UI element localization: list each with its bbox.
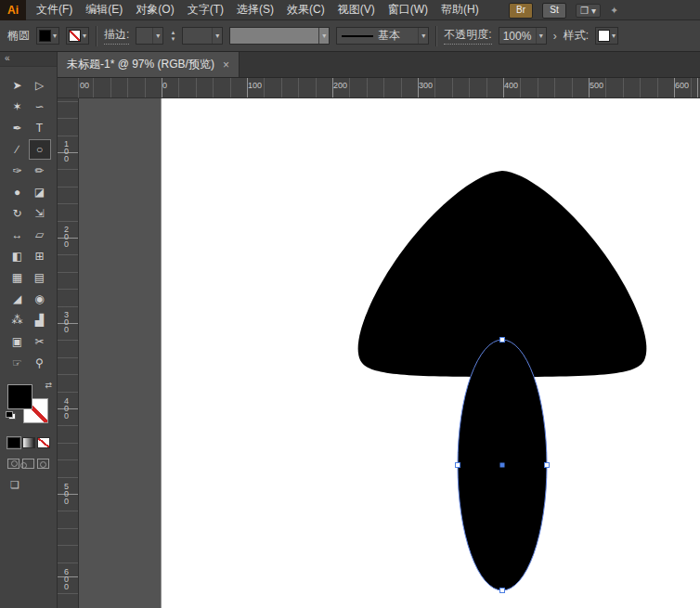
default-fill-chip	[6, 411, 13, 418]
ruler-number: 100	[64, 140, 71, 162]
mesh-tool[interactable]: ▦	[6, 267, 29, 288]
caret-down-icon: ▾	[610, 32, 617, 40]
lasso-tool[interactable]: ∽	[29, 97, 51, 117]
expand-panel-icon[interactable]: ›	[553, 30, 557, 43]
canvas[interactable]	[79, 98, 700, 608]
ruler-vertical[interactable]: 100 200 300 400 500 600	[58, 98, 79, 608]
control-bar: 椭圆 ▾ ▾ 描边: ▾ ▲ ▼ ▾ ▾ 基本 ▾ 不透明度:	[0, 20, 700, 52]
selection-tool[interactable]: ➤	[6, 75, 29, 96]
bridge-button[interactable]: Br	[509, 3, 533, 19]
workspace-icon: ❐	[580, 6, 589, 16]
spinner-down-icon[interactable]: ▼	[170, 36, 175, 43]
menu-type[interactable]: 文字(T)	[181, 0, 230, 19]
fill-color-combo[interactable]: ▾	[36, 27, 59, 45]
eyedropper-tool[interactable]: ◢	[6, 289, 29, 309]
menu-select[interactable]: 选择(S)	[230, 0, 280, 19]
stroke-weight-stepper[interactable]: ▲ ▼	[170, 30, 175, 43]
scale-tool[interactable]: ⇲	[29, 203, 51, 224]
width-profile-combo[interactable]: ▾	[182, 27, 223, 45]
caret-down-icon: ▾	[212, 28, 222, 44]
zoom-tool[interactable]: ⚲	[29, 353, 51, 373]
artboard-tool[interactable]: ▣	[6, 331, 29, 352]
ruler-number: 0	[162, 81, 167, 90]
menu-help[interactable]: 帮助(H)	[434, 0, 486, 19]
draw-inside-button[interactable]	[37, 459, 49, 469]
style-combo[interactable]: ▾	[595, 27, 618, 45]
canvas-svg[interactable]	[79, 98, 700, 608]
shape-builder-tool[interactable]: ◧	[6, 246, 29, 266]
direct-selection-tool[interactable]: ▷	[29, 75, 51, 96]
draw-behind-button[interactable]	[22, 459, 34, 469]
default-colors-icon[interactable]	[6, 411, 16, 420]
caret-down-icon: ▾	[591, 6, 596, 16]
hand-tool[interactable]: ☞	[6, 353, 29, 373]
menu-effect[interactable]: 效果(C)	[280, 0, 331, 19]
perspective-grid-tool[interactable]: ⊞	[29, 246, 51, 266]
fill-color-indicator[interactable]	[7, 384, 32, 409]
symbol-sprayer-tool[interactable]: ⁂	[6, 310, 29, 330]
rotate-tool[interactable]: ↻	[6, 203, 29, 224]
stock-button[interactable]: St	[542, 3, 566, 19]
draw-normal-button[interactable]	[7, 459, 19, 469]
stroke-swatch	[69, 30, 81, 42]
close-tab-icon[interactable]: ×	[223, 58, 229, 71]
app-logo[interactable]: Ai	[0, 0, 26, 20]
anchor-handle-top[interactable]	[500, 338, 505, 343]
ruler-origin-box[interactable]	[58, 78, 79, 98]
stroke-color-combo[interactable]: ▾	[66, 27, 89, 45]
app-bar-extra-icon[interactable]: ✦	[610, 5, 618, 17]
center-point-handle[interactable]	[500, 463, 505, 468]
blob-brush-tool[interactable]: ●	[6, 182, 29, 202]
type-tool[interactable]: T	[29, 118, 51, 138]
screen-mode-button[interactable]: ❏	[10, 479, 57, 491]
style-swatch	[598, 30, 610, 42]
tool-panel: « ➤ ▷ ✶ ∽ ✒ T ∕ ○ ✑ ✏ ● ◪ ↻ ⇲ ↔ ▱ ◧ ⊞ ▦ …	[0, 52, 58, 608]
separator	[435, 26, 437, 46]
anchor-handle-right[interactable]	[545, 463, 550, 468]
spinner-up-icon[interactable]: ▲	[170, 30, 175, 36]
caret-down-icon: ▾	[418, 28, 428, 44]
menu-object[interactable]: 对象(O)	[129, 0, 180, 19]
stroke-weight-combo[interactable]: ▾	[136, 27, 163, 45]
eraser-tool[interactable]: ◪	[29, 182, 51, 202]
column-graph-tool[interactable]: ▟	[29, 310, 51, 330]
illustrator-window: Ai 文件(F) 编辑(E) 对象(O) 文字(T) 选择(S) 效果(C) 视…	[0, 0, 700, 608]
gradient-tool[interactable]: ▤	[29, 267, 51, 288]
app-bar-right: Br St ❐ ▾ ✦	[509, 0, 618, 20]
slice-tool[interactable]: ✂	[29, 331, 51, 352]
document-tab[interactable]: 未标题-1* @ 97% (RGB/预览) ×	[58, 52, 240, 77]
variable-width-combo[interactable]: ▾	[229, 27, 330, 45]
width-tool[interactable]: ↔	[6, 225, 29, 245]
pencil-tool[interactable]: ✏	[29, 161, 51, 181]
brush-definition-combo[interactable]: 基本 ▾	[336, 27, 429, 45]
gradient-button[interactable]	[22, 437, 35, 448]
caret-down-icon: ▾	[51, 32, 58, 40]
magic-wand-tool[interactable]: ✶	[6, 97, 29, 117]
ruler-number: 300	[64, 311, 71, 333]
paintbrush-tool[interactable]: ✑	[6, 161, 29, 181]
pen-tool[interactable]: ✒	[6, 118, 29, 138]
stroke-label[interactable]: 描边:	[104, 27, 129, 45]
ruler-number: 100	[248, 81, 262, 90]
color-button[interactable]	[7, 437, 20, 448]
blend-tool[interactable]: ◉	[29, 289, 51, 309]
ruler-horizontal[interactable]: 00 0 100 200 300 400 500 600	[79, 78, 700, 98]
workspace-switcher[interactable]: ❐ ▾	[576, 4, 601, 18]
none-button[interactable]	[37, 437, 50, 448]
ruler-number: 200	[333, 81, 347, 90]
anchor-handle-left[interactable]	[456, 463, 460, 468]
free-transform-tool[interactable]: ▱	[29, 225, 51, 245]
swap-fill-stroke-icon[interactable]: ⇄	[45, 381, 52, 390]
menu-file[interactable]: 文件(F)	[30, 0, 79, 19]
caret-down-icon: ▾	[536, 28, 546, 44]
ellipse-tool[interactable]: ○	[29, 139, 51, 160]
opacity-combo[interactable]: 100% ▾	[499, 27, 547, 45]
drawing-modes-row	[7, 459, 57, 469]
menu-view[interactable]: 视图(V)	[331, 0, 382, 19]
opacity-label[interactable]: 不透明度:	[444, 27, 491, 45]
menu-edit[interactable]: 编辑(E)	[79, 0, 129, 19]
anchor-handle-bottom[interactable]	[500, 589, 505, 593]
menu-window[interactable]: 窗口(W)	[382, 0, 434, 19]
line-segment-tool[interactable]: ∕	[6, 139, 29, 160]
collapse-panel-icon[interactable]: «	[0, 52, 57, 67]
